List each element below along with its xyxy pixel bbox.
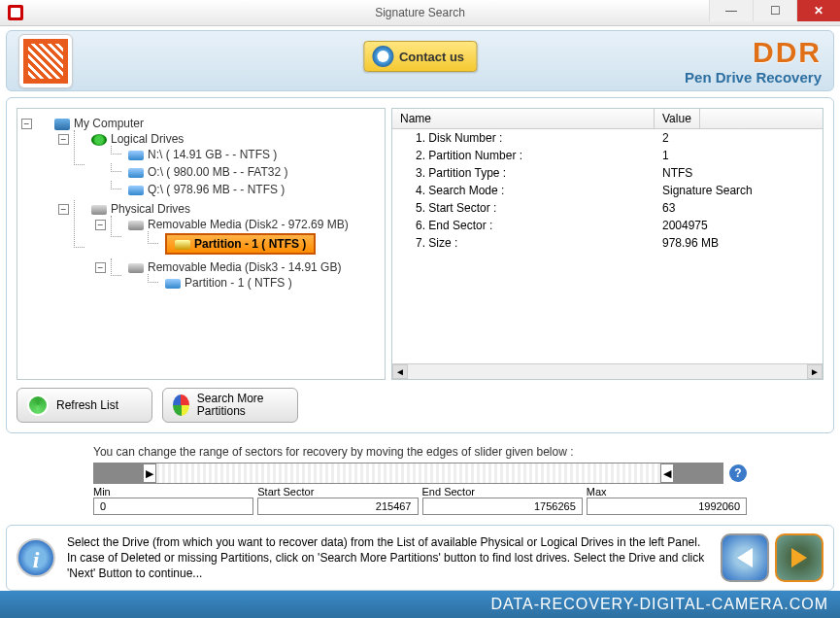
slider-start-cap[interactable] xyxy=(94,464,143,483)
refresh-icon xyxy=(27,395,49,416)
info-name: 5. Start Sector : xyxy=(392,199,655,217)
scroll-left-icon[interactable]: ◄ xyxy=(392,364,408,379)
sector-range-area: You can change the range of sectors for … xyxy=(6,445,834,515)
info-row: 3. Partition Type :NTFS xyxy=(392,164,823,182)
tree-removable-disk3[interactable]: −Removable Media (Disk3 - 14.91 GB) Part… xyxy=(111,258,385,293)
start-sector-label: Start Sector xyxy=(257,486,418,498)
info-value: NTFS xyxy=(655,164,700,182)
slider-handle-right-icon[interactable]: ◀ xyxy=(660,464,674,483)
drive-tree[interactable]: −My Computer −Logical Drives N:\ ( 14.91… xyxy=(17,108,386,380)
slider-handle-left-icon[interactable]: ▶ xyxy=(143,464,156,483)
info-name: 7. Size : xyxy=(392,234,655,252)
app-logo xyxy=(18,34,73,88)
refresh-list-button[interactable]: Refresh List xyxy=(17,388,152,423)
tree-partition-selected[interactable]: Partition - 1 ( NTFS ) xyxy=(148,231,385,257)
globe-icon xyxy=(91,134,107,146)
drive-icon xyxy=(128,151,144,160)
footer-text: Select the Drive (from which you want to… xyxy=(67,534,709,582)
sector-slider[interactable]: ▶ ◀ xyxy=(93,463,723,484)
max-value: 1992060 xyxy=(587,498,747,515)
contact-label: Contact us xyxy=(399,50,464,64)
main-area: −My Computer −Logical Drives N:\ ( 14.91… xyxy=(6,97,834,433)
sector-hint: You can change the range of sectors for … xyxy=(93,445,747,463)
min-value: 0 xyxy=(93,498,253,515)
info-row: 4. Search Mode :Signature Search xyxy=(392,182,823,199)
brand-logo-text: DDR xyxy=(685,36,822,69)
next-button[interactable] xyxy=(775,533,823,582)
max-label: Max xyxy=(587,486,747,498)
start-sector-input[interactable]: 215467 xyxy=(257,498,418,515)
maximize-button[interactable]: ☐ xyxy=(753,0,796,21)
drive-icon xyxy=(128,168,144,178)
info-value: 1 xyxy=(655,147,677,164)
scroll-right-icon[interactable]: ► xyxy=(807,364,823,379)
info-name: 4. Search Mode : xyxy=(392,182,655,199)
back-button[interactable] xyxy=(721,533,769,582)
help-icon[interactable]: ? xyxy=(729,464,747,482)
tree-physical-drives[interactable]: −Physical Drives −Removable Media (Disk2… xyxy=(74,200,385,295)
info-value: 63 xyxy=(655,199,683,217)
tree-logical-drives[interactable]: −Logical Drives N:\ ( 14.91 GB - - NTFS … xyxy=(74,130,385,200)
minimize-button[interactable]: — xyxy=(709,0,753,21)
removable-icon xyxy=(128,263,144,273)
info-row: 5. Start Sector :63 xyxy=(392,199,823,217)
removable-icon xyxy=(128,221,144,230)
drive-icon xyxy=(165,279,181,289)
contact-us-button[interactable]: Contact us xyxy=(363,41,477,72)
titlebar: Signature Search — ☐ ✕ xyxy=(0,0,840,26)
info-value: 978.96 MB xyxy=(655,234,726,252)
back-arrow-icon xyxy=(737,548,753,567)
computer-icon xyxy=(54,119,70,130)
tree-drive-q[interactable]: Q:\ ( 978.96 MB - - NTFS ) xyxy=(111,181,385,198)
collapse-icon[interactable]: − xyxy=(58,134,69,145)
collapse-icon[interactable]: − xyxy=(58,204,69,215)
drive-icon xyxy=(175,240,190,250)
info-value: 2004975 xyxy=(655,217,716,234)
collapse-icon[interactable]: − xyxy=(95,220,106,230)
tree-partition[interactable]: Partition - 1 ( NTFS ) xyxy=(148,274,385,292)
drive-icon xyxy=(128,186,144,195)
info-name: 2. Partition Number : xyxy=(392,147,655,164)
info-row: 2. Partition Number :1 xyxy=(392,147,823,164)
tree-drive-n[interactable]: N:\ ( 14.91 GB - - NTFS ) xyxy=(111,146,385,163)
column-name[interactable]: Name xyxy=(392,109,655,128)
info-value: Signature Search xyxy=(655,182,760,199)
info-icon: i xyxy=(17,538,55,577)
tree-root[interactable]: My Computer xyxy=(74,117,144,130)
search-more-partitions-button[interactable]: Search More Partitions xyxy=(162,388,298,423)
footer-hint: i Select the Drive (from which you want … xyxy=(6,525,834,591)
contact-icon xyxy=(372,46,393,67)
info-value: 2 xyxy=(655,129,677,147)
pie-icon xyxy=(173,395,189,416)
tree-drive-o[interactable]: O:\ ( 980.00 MB - - FAT32 ) xyxy=(111,163,385,181)
column-value[interactable]: Value xyxy=(655,109,700,128)
info-panel: Name Value 1. Disk Number :22. Partition… xyxy=(391,108,823,380)
app-icon xyxy=(8,5,23,20)
brand-tagline: Pen Drive Recovery xyxy=(685,69,822,86)
info-row: 7. Size :978.96 MB xyxy=(392,234,823,252)
end-sector-input[interactable]: 1756265 xyxy=(422,498,583,515)
info-name: 1. Disk Number : xyxy=(392,129,655,147)
physical-drive-icon xyxy=(91,205,107,215)
collapse-icon[interactable]: − xyxy=(21,119,32,129)
close-button[interactable]: ✕ xyxy=(796,0,840,21)
header-banner: Contact us DDR Pen Drive Recovery xyxy=(6,30,834,91)
info-row: 6. End Sector :2004975 xyxy=(392,217,823,234)
min-label: Min xyxy=(93,486,253,498)
info-name: 3. Partition Type : xyxy=(392,164,655,182)
info-row: 1. Disk Number :2 xyxy=(392,129,823,147)
collapse-icon[interactable]: − xyxy=(95,262,106,273)
info-name: 6. End Sector : xyxy=(392,217,655,234)
end-sector-label: End Sector xyxy=(422,486,583,498)
next-arrow-icon xyxy=(791,548,807,567)
slider-end-cap[interactable] xyxy=(674,464,722,483)
tree-removable-disk2[interactable]: −Removable Media (Disk2 - 972.69 MB) Par… xyxy=(111,216,385,258)
horizontal-scrollbar[interactable]: ◄ ► xyxy=(392,363,823,379)
site-url-bar: DATA-RECOVERY-DIGITAL-CAMERA.COM xyxy=(0,591,840,618)
